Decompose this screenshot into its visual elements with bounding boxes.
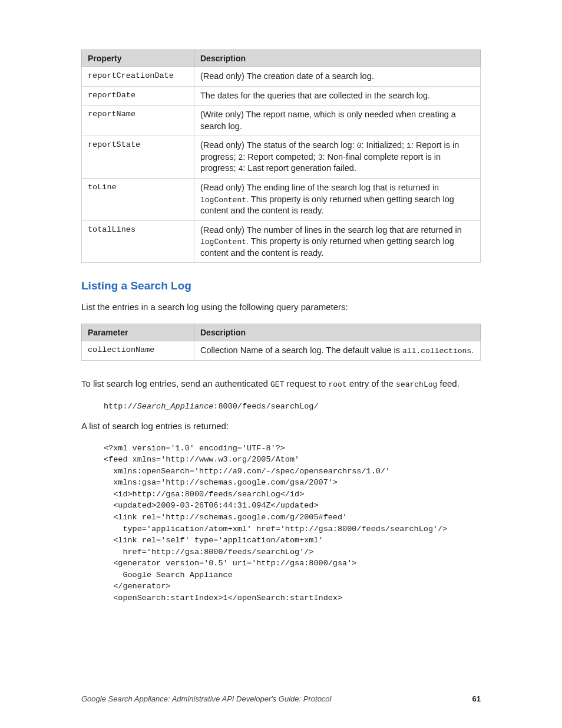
code-text: :8000/feeds/searchLog/ — [213, 402, 318, 411]
code-text: http:// — [104, 402, 137, 411]
table-row: collectionName Collection Name of a sear… — [82, 341, 481, 361]
inline-code: searchLog — [396, 380, 437, 389]
inline-code: root — [328, 380, 346, 389]
desc-cell: The dates for the queries that are colle… — [194, 86, 481, 106]
prop-cell: reportName — [82, 106, 194, 136]
th-description: Description — [194, 50, 481, 67]
page-footer: Google Search Appliance: Administrative … — [81, 694, 481, 703]
prop-cell: reportCreationDate — [82, 67, 194, 87]
inline-code: logContent — [200, 196, 246, 205]
section-heading: Listing a Search Log — [81, 279, 481, 292]
desc-cell: (Read only) The creation date of a searc… — [194, 67, 481, 87]
desc-cell: (Read only) The status of the search log… — [194, 136, 481, 179]
prop-cell: reportDate — [82, 86, 194, 106]
prop-cell: reportState — [82, 136, 194, 179]
properties-table: Property Description reportCreationDate … — [81, 50, 481, 263]
inline-code: logContent — [200, 238, 246, 246]
code-italic: Search_Appliance — [137, 402, 214, 411]
table-row: reportState (Read only) The status of th… — [82, 136, 481, 179]
code-block: <?xml version='1.0' encoding='UTF-8'?> <… — [104, 443, 481, 604]
desc-cell: Collection Name of a search log. The def… — [194, 341, 481, 361]
inline-code: 1 — [406, 141, 411, 150]
desc-text: (Read only) The number of lines in the s… — [200, 225, 462, 235]
table-row: toLine (Read only) The ending line of th… — [82, 178, 481, 220]
page-content: Property Description reportCreationDate … — [0, 0, 562, 728]
table-row: reportDate The dates for the queries tha… — [82, 86, 481, 106]
desc-cell: (Read only) The ending line of the searc… — [194, 178, 481, 220]
paragraph: List the entries in a search log using t… — [81, 301, 481, 313]
table-row: totalLines (Read only) The number of lin… — [82, 220, 481, 263]
inline-code: GET — [270, 380, 284, 389]
th-parameter: Parameter — [82, 324, 194, 341]
text: request to — [284, 378, 328, 388]
code-block: http://Search_Appliance:8000/feeds/searc… — [104, 401, 481, 413]
desc-text: : Initialized; — [362, 140, 407, 150]
desc-text: (Read only) The status of the search log… — [200, 140, 357, 150]
page-number: 61 — [472, 694, 481, 703]
prop-cell: totalLines — [82, 220, 194, 263]
desc-text: Collection Name of a search log. The def… — [200, 345, 402, 355]
footer-title: Google Search Appliance: Administrative … — [81, 694, 331, 703]
prop-cell: toLine — [82, 178, 194, 220]
table-row: reportName (Write only) The report name,… — [82, 106, 481, 136]
prop-cell: collectionName — [82, 341, 194, 361]
desc-text: : Report competed; — [243, 152, 318, 162]
desc-text: : Last report generation failed. — [243, 163, 356, 173]
th-property: Property — [82, 50, 194, 67]
inline-code: 0 — [357, 141, 362, 150]
desc-cell: (Read only) The number of lines in the s… — [194, 220, 481, 263]
text: feed. — [437, 378, 459, 388]
inline-code: all.collections — [402, 347, 471, 355]
th-description: Description — [194, 324, 481, 341]
desc-text: . — [471, 345, 474, 355]
text: entry of the — [347, 378, 396, 388]
parameters-table: Parameter Description collectionName Col… — [81, 324, 481, 361]
paragraph: A list of search log entries is returned… — [81, 420, 481, 432]
text: To list search log entries, send an auth… — [81, 378, 270, 388]
desc-text: (Read only) The ending line of the searc… — [200, 183, 439, 192]
table-row: reportCreationDate (Read only) The creat… — [82, 67, 481, 87]
desc-cell: (Write only) The report name, which is o… — [194, 106, 481, 136]
paragraph: To list search log entries, send an auth… — [81, 377, 481, 390]
